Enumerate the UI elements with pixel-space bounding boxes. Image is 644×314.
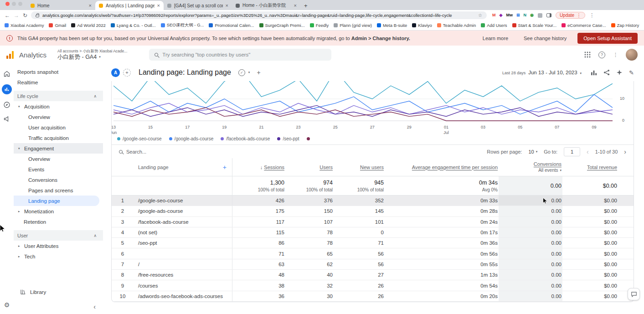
insights-icon[interactable] bbox=[616, 69, 623, 76]
extensions-puzzle-icon[interactable] bbox=[538, 13, 542, 18]
update-button[interactable]: Update ⋮ bbox=[556, 12, 585, 19]
column-header-engagement-time[interactable]: Average engagement time per session bbox=[385, 165, 499, 170]
table-row[interactable]: 9/courses3832260m 54s0.00$0.00 bbox=[112, 280, 634, 291]
sidebar-item-engagement[interactable]: ▾Engagement bbox=[14, 143, 103, 154]
sidebar-item-tech[interactable]: ▸Tech bbox=[14, 251, 103, 262]
side-panel-icon[interactable] bbox=[546, 13, 551, 17]
extension-icon[interactable]: Mw bbox=[506, 13, 513, 17]
see-change-history-link[interactable]: See change history bbox=[524, 36, 567, 41]
new-tab-button[interactable]: + bbox=[304, 3, 308, 9]
table-row[interactable]: 8/free-resources4840271m 13s0.00$0.00 bbox=[112, 270, 634, 280]
conversions-event-filter[interactable]: All events▾ bbox=[538, 168, 562, 173]
url-text[interactable]: analytics.google.com/analytics/web/?auth… bbox=[42, 13, 475, 18]
browser-menu-icon[interactable]: ⋮ bbox=[589, 12, 594, 18]
bookmark-lyang-co-outl[interactable]: Lyang & Co. - Outl... bbox=[111, 23, 156, 28]
extension-icon[interactable]: ◆ bbox=[500, 13, 503, 17]
sidebar-item-traffic-acquisition[interactable]: Traffic acquisition bbox=[14, 133, 103, 143]
legend-item[interactable]: /facebook-ads-course bbox=[221, 136, 270, 141]
tab-close-icon[interactable]: × bbox=[89, 3, 92, 8]
table-row[interactable]: 3/facebook-ads-course1171071010m 24s0.00… bbox=[112, 217, 634, 227]
back-icon[interactable]: ← bbox=[5, 13, 10, 18]
collapse-section-icon[interactable]: ∧ bbox=[93, 94, 97, 98]
advertising-icon[interactable] bbox=[3, 115, 10, 123]
window-minimize-button[interactable] bbox=[12, 2, 16, 6]
avatar[interactable] bbox=[626, 49, 638, 61]
customize-chart-icon[interactable] bbox=[591, 69, 597, 76]
bookmark-feedly[interactable]: Feedly bbox=[310, 23, 329, 28]
bookmark-klaviyo[interactable]: Klaviyo bbox=[412, 23, 432, 28]
sidebar-item-user-acquisition[interactable]: User acquisition bbox=[14, 122, 103, 133]
sidebar-item-conversions[interactable]: Conversions bbox=[14, 175, 103, 185]
sidebar-item-pages-and-screens[interactable]: Pages and screens bbox=[14, 185, 103, 196]
bookmark-start-scale-your[interactable]: Start & Scale Your... bbox=[512, 23, 557, 28]
table-row[interactable]: 10/adwords-seo-facebook-ads-courses36302… bbox=[112, 291, 634, 302]
help-icon[interactable]: ? bbox=[598, 51, 605, 58]
sidebar-item-library[interactable]: Library bbox=[20, 289, 46, 295]
chevron-right-icon[interactable]: ▸ bbox=[18, 244, 22, 248]
window-close-button[interactable] bbox=[5, 2, 10, 6]
sidebar-item-overview[interactable]: Overview bbox=[14, 112, 103, 122]
column-header-landing-page[interactable]: Landing page bbox=[138, 165, 169, 170]
column-header-sessions[interactable]: ↓Sessions bbox=[232, 165, 285, 170]
account-switcher[interactable]: All accounts > 小白新势 Xiaobai Acade... 小白新… bbox=[57, 49, 127, 61]
bookmark-ad-world-2022[interactable]: Ad World 2022 bbox=[71, 23, 106, 28]
address-bar[interactable]: analytics.google.com/analytics/web/?auth… bbox=[31, 11, 487, 19]
sidebar-item-user-attributes[interactable]: ▸User Attributes bbox=[14, 241, 103, 251]
chevron-down-icon[interactable]: ▾ bbox=[18, 147, 22, 150]
legend-item[interactable] bbox=[307, 137, 310, 140]
open-setup-assistant-button[interactable]: Open Setup Assistant bbox=[577, 33, 638, 44]
extension-icon[interactable]: M bbox=[492, 13, 496, 17]
bookmark-ecommerce-case[interactable]: eCommerce Case... bbox=[562, 23, 606, 28]
forward-icon[interactable]: → bbox=[14, 13, 19, 18]
chevron-right-icon[interactable]: ▸ bbox=[18, 255, 22, 258]
more-options-icon[interactable]: ⋮ bbox=[613, 52, 618, 58]
sidebar-item-acquisition[interactable]: ▾Acquisition bbox=[14, 101, 103, 112]
bookmark-add-users[interactable]: Add Users bbox=[481, 23, 507, 28]
previous-page-icon[interactable]: ‹ bbox=[587, 148, 589, 155]
explore-icon[interactable] bbox=[3, 101, 10, 108]
table-search-input[interactable]: Search... bbox=[126, 149, 146, 154]
bookmark-gmail[interactable]: Gmail bbox=[49, 23, 66, 28]
edit-report-icon[interactable]: ✎ bbox=[629, 70, 634, 76]
comparison-chip[interactable]: A bbox=[111, 68, 120, 77]
sidebar-item-overview[interactable]: Overview bbox=[14, 154, 103, 164]
table-row[interactable]: 5/seo-ppt8678710m 36s0.00$0.00 bbox=[112, 238, 634, 248]
apps-grid-icon[interactable] bbox=[584, 51, 591, 58]
saved-check-icon[interactable]: ✓ bbox=[238, 69, 245, 76]
sidebar-section-user[interactable]: User∧ bbox=[14, 230, 103, 241]
column-header-users[interactable]: Users bbox=[285, 165, 334, 170]
home-icon[interactable] bbox=[3, 70, 10, 77]
sidebar-item-monetization[interactable]: ▸Monetization bbox=[14, 206, 103, 216]
collapse-section-icon[interactable]: ∧ bbox=[93, 233, 97, 238]
table-row[interactable]: 67165560m 56s0.00$0.00 bbox=[112, 248, 634, 259]
bookmark-plann-grid-view[interactable]: Plann (grid view) bbox=[334, 23, 372, 28]
trend-line-chart[interactable]: 10 0 bbox=[113, 81, 613, 123]
add-dimension-button[interactable]: + bbox=[223, 164, 227, 171]
table-row[interactable]: 2/google-ads-course1751501450m 28s0.00$0… bbox=[112, 206, 634, 216]
tab-close-icon[interactable]: × bbox=[157, 3, 160, 8]
extension-icon[interactable]: N bbox=[524, 13, 527, 17]
bookmark-promotional-calen[interactable]: Promotional Calen... bbox=[209, 23, 254, 28]
collapse-nav-icon[interactable]: ‹ bbox=[93, 303, 96, 310]
bookmark-seo课程大纲-g[interactable]: SEO课程大纲 - G... bbox=[161, 22, 204, 28]
search-bar[interactable]: Try searching "top countries by users" bbox=[149, 49, 331, 61]
chevron-right-icon[interactable]: ▸ bbox=[18, 210, 22, 213]
date-range-picker[interactable]: Last 28 days Jun 13 - Jul 10, 2023 ▾ bbox=[502, 70, 582, 75]
column-header-conversions[interactable]: Conversions All events▾ bbox=[499, 161, 562, 173]
sidebar-item-events[interactable]: Events bbox=[14, 164, 103, 175]
learn-more-link[interactable]: Learn more bbox=[483, 36, 508, 41]
legend-item[interactable]: /google-ads-course bbox=[169, 136, 214, 141]
column-header-new-users[interactable]: New users bbox=[334, 165, 385, 170]
sidebar-item-landing-page[interactable]: Landing page bbox=[14, 196, 99, 206]
sidebar-item-reports-snapshot[interactable]: Reports snapshot bbox=[14, 67, 103, 77]
sidebar-item-retention[interactable]: Retention bbox=[14, 216, 103, 227]
browser-tab[interactable]: Analytics | Landing page: Land× bbox=[95, 1, 164, 10]
window-zoom-button[interactable] bbox=[18, 2, 22, 6]
legend-item[interactable]: /google-seo-course bbox=[117, 136, 162, 141]
bookmark-surgegraph-premi[interactable]: SurgeGraph Premi... bbox=[259, 23, 305, 28]
bookmark-star-icon[interactable]: ☆ bbox=[478, 13, 482, 18]
bookmark-teachable-admin[interactable]: Teachable Admin bbox=[437, 23, 476, 28]
bookmark-xiaobai-academy[interactable]: Xiaobai Academy bbox=[5, 23, 44, 28]
add-report-tab-button[interactable]: + bbox=[257, 69, 260, 76]
table-row[interactable]: 1/google-seo-course4263763520m 33s0.00$0… bbox=[112, 196, 634, 206]
